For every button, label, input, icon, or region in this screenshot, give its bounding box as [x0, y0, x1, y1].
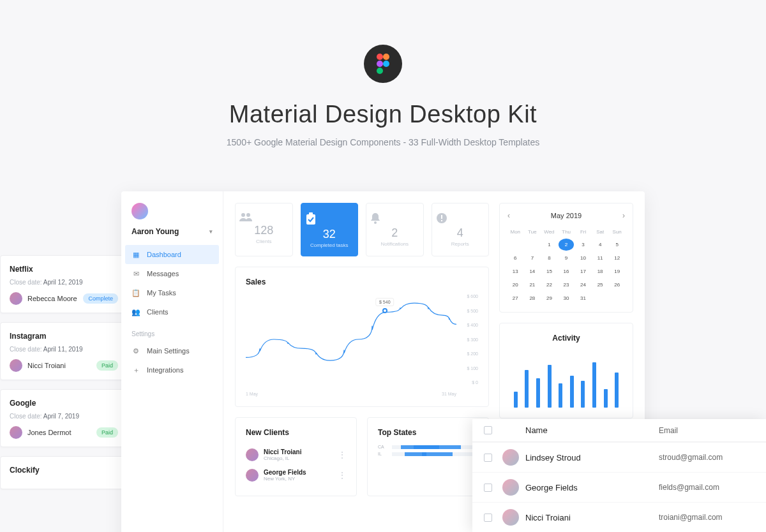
cal-day[interactable]: 2 — [559, 239, 574, 251]
nav-integrations[interactable]: ＋Integrations — [121, 360, 223, 380]
svg-point-5 — [241, 213, 245, 217]
activity-bar — [536, 378, 540, 408]
stat-value: 2 — [370, 226, 419, 240]
nav-messages[interactable]: ✉Messages — [121, 264, 223, 283]
client-name: George Fields — [264, 469, 333, 476]
stat-label: Completed tasks — [305, 242, 354, 248]
row-checkbox[interactable] — [484, 484, 492, 492]
cal-day[interactable]: 6 — [507, 252, 523, 264]
row-checkbox[interactable] — [484, 454, 492, 462]
cal-dow: Thu — [559, 226, 574, 237]
table-row[interactable]: Lindsey Stroudstroud@gmail.com — [472, 442, 766, 472]
svg-point-0 — [377, 54, 383, 60]
cal-day[interactable]: 21 — [525, 279, 541, 291]
cal-dow: Fri — [575, 226, 591, 237]
cal-day[interactable]: 13 — [507, 265, 523, 277]
nav-label: Integrations — [147, 366, 183, 374]
status-badge: Complete — [83, 293, 118, 304]
cal-month: May 2019 — [551, 212, 582, 219]
cal-day[interactable]: 24 — [575, 279, 591, 291]
cal-day[interactable]: 31 — [575, 292, 591, 304]
stat-completed-tasks[interactable]: 32Completed tasks — [301, 203, 359, 256]
user-name: Aaron Young — [131, 227, 179, 236]
deal-close-date: Close date: April 11, 2019 — [10, 346, 118, 353]
status-badge: Paid — [96, 360, 118, 371]
row-checkbox[interactable] — [484, 514, 492, 522]
deal-card[interactable]: Google Close date: April 7, 2019 Jones D… — [0, 389, 128, 447]
stat-notifications[interactable]: 2Notifications — [366, 203, 424, 256]
more-icon[interactable]: ⋮ — [338, 450, 346, 459]
cal-day[interactable]: 18 — [592, 265, 608, 277]
cal-day[interactable]: 27 — [507, 292, 523, 304]
client-item[interactable]: Nicci TroianiChicago, IL⋮ — [246, 445, 346, 465]
deal-card[interactable]: Netflix Close date: April 12, 2019 Rebec… — [0, 255, 128, 313]
new-clients-panel: New Clients Nicci TroianiChicago, IL⋮Geo… — [235, 417, 357, 496]
cal-day[interactable]: 1 — [541, 239, 557, 251]
cal-day[interactable]: 17 — [575, 265, 591, 277]
nav-my-tasks[interactable]: 📋My Tasks — [121, 283, 223, 302]
client-location: Chicago, IL — [264, 455, 333, 461]
deal-card[interactable]: Instagram Close date: April 11, 2019 Nic… — [0, 322, 128, 380]
deal-title: Netflix — [10, 265, 118, 274]
contact-email: troiani@gmail.com — [659, 513, 755, 522]
cal-day[interactable]: 4 — [592, 239, 608, 251]
contact-name: George Fields — [525, 483, 578, 492]
cal-day[interactable]: 14 — [525, 265, 541, 277]
cal-day[interactable]: 11 — [592, 252, 608, 264]
user-menu[interactable]: Aaron Young ▾ — [131, 227, 213, 236]
cal-day[interactable]: 30 — [559, 292, 574, 304]
client-location: New York, NY — [264, 476, 333, 482]
svg-point-4 — [377, 68, 383, 74]
deal-card[interactable]: Clockify — [0, 456, 128, 489]
cal-day[interactable]: 29 — [541, 292, 557, 304]
cal-prev[interactable]: ‹ — [507, 211, 510, 220]
nav-dashboard[interactable]: ▦Dashboard — [125, 245, 219, 264]
deal-title: Clockify — [10, 466, 118, 475]
cal-day[interactable]: 12 — [609, 252, 625, 264]
activity-bar — [604, 389, 608, 408]
stat-icon — [436, 212, 485, 224]
nav-label: Clients — [147, 308, 169, 316]
deal-title: Google — [10, 399, 118, 408]
cal-dow: Wed — [541, 226, 557, 237]
state-label: CA — [378, 445, 388, 449]
cal-day[interactable]: 19 — [609, 265, 625, 277]
nav-main-settings[interactable]: ⚙Main Settings — [121, 341, 223, 360]
more-icon[interactable]: ⋮ — [338, 471, 346, 480]
cal-day[interactable]: 3 — [575, 239, 591, 251]
nav-clients[interactable]: 👥Clients — [121, 302, 223, 321]
nav-label: My Tasks — [147, 289, 176, 297]
cal-day[interactable]: 28 — [525, 292, 541, 304]
stat-clients[interactable]: 128Clients — [235, 203, 293, 256]
cal-day[interactable]: 9 — [559, 252, 574, 264]
state-row: IL — [378, 452, 478, 456]
cal-day[interactable]: 22 — [541, 279, 557, 291]
chart-tooltip: $ 540 — [375, 298, 394, 306]
plus-icon: ＋ — [131, 366, 140, 374]
stat-value: 32 — [305, 228, 354, 241]
contact-name: Lindsey Stroud — [525, 453, 581, 462]
sales-title: Sales — [246, 277, 478, 286]
chart-highlight-dot — [382, 308, 387, 313]
select-all-checkbox[interactable] — [484, 426, 492, 434]
cal-day[interactable]: 7 — [525, 252, 541, 264]
cal-day[interactable]: 26 — [609, 279, 625, 291]
deal-close-date: Close date: April 7, 2019 — [10, 413, 118, 420]
client-item[interactable]: George FieldsNew York, NY⋮ — [246, 465, 346, 485]
cal-day[interactable]: 16 — [559, 265, 574, 277]
stat-reports[interactable]: 4Reports — [432, 203, 490, 256]
avatar[interactable] — [131, 203, 148, 219]
tasks-icon: 📋 — [131, 288, 140, 297]
state-label: IL — [378, 452, 388, 456]
cal-day[interactable]: 25 — [592, 279, 608, 291]
table-row[interactable]: Nicci Troianitroiani@gmail.com — [472, 502, 766, 532]
cal-day[interactable]: 23 — [559, 279, 574, 291]
cal-day[interactable]: 20 — [507, 279, 523, 291]
cal-day[interactable]: 8 — [541, 252, 557, 264]
cal-day[interactable]: 15 — [541, 265, 557, 277]
cal-day[interactable]: 5 — [609, 239, 625, 251]
table-row[interactable]: George Fieldsfields@gmail.com — [472, 472, 766, 502]
cal-next[interactable]: › — [622, 211, 625, 220]
contact-email: fields@gmail.com — [659, 483, 755, 492]
cal-day[interactable]: 10 — [575, 252, 591, 264]
